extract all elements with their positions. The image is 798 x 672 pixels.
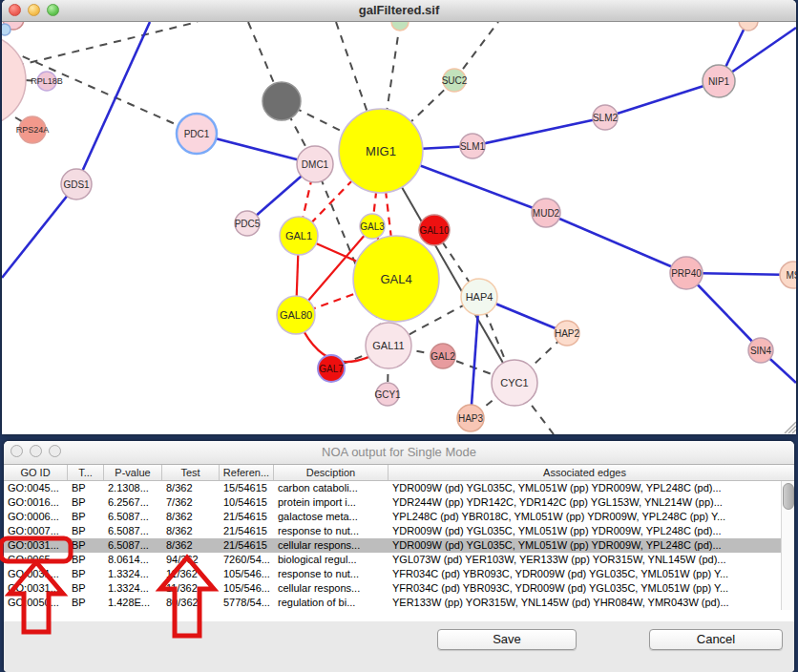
table-row[interactable]: GO:0031...BP6.5087...8/36221/54615cellul… [4, 538, 794, 553]
node-label-hap4: HAP4 [466, 291, 494, 303]
minimize-button[interactable] [28, 4, 40, 16]
node-label-hap2: HAP2 [555, 328, 580, 339]
column-header-test[interactable]: Test [162, 465, 220, 480]
table-row[interactable]: GO:0031...BP1.3324...11/362105/546...cel… [4, 581, 794, 596]
cell: 7260/54... [220, 553, 274, 567]
cell: response to nut... [274, 567, 388, 581]
cell: 7/362 [162, 495, 220, 510]
table-row[interactable]: GO:0045...BP2.1308...8/36215/54615carbon… [4, 481, 794, 495]
edge-blue[interactable] [546, 213, 686, 273]
column-header-associated-edges[interactable]: Associated edges [388, 465, 781, 480]
table-row[interactable]: GO:0065...BP8.0614...94/3627260/54...bio… [4, 553, 794, 567]
table-row[interactable]: GO:0016...BP6.2567...7/36210/54615protei… [4, 495, 794, 510]
cell: 1.3324... [104, 581, 162, 596]
graph-window-titlebar[interactable]: galFiltered.sif [2, 0, 796, 22]
cell: 5778/54... [220, 596, 274, 610]
column-header-desciption[interactable]: Desciption [274, 465, 388, 480]
button-bar: Save Cancel [4, 621, 794, 672]
cell: 15/54615 [220, 481, 274, 495]
cell: protein import i... [274, 495, 388, 510]
close-button[interactable] [9, 4, 21, 16]
cell: 11/362 [162, 581, 220, 596]
cell: YDR009W (pd) YGL035C, YML051W (pp) YDR00… [388, 524, 781, 538]
column-header-go-id[interactable]: GO ID [4, 465, 68, 480]
column-header-referen-[interactable]: Referen... [220, 465, 274, 480]
node-partial[interactable] [2, 34, 26, 126]
cell: YDR244W (pp) YDR142C, YDR142C (pp) YGL15… [388, 495, 781, 510]
zoom-button[interactable] [49, 445, 61, 457]
cell: 21/54615 [220, 524, 274, 538]
node-label-hap3: HAP3 [458, 413, 484, 424]
table-row[interactable]: GO:0031...BP1.3324...11/362105/546...res… [4, 567, 794, 581]
edge-grip[interactable] [792, 430, 796, 433]
node-label-gal10: GAL10 [419, 225, 450, 236]
node-label-gal7: GAL7 [319, 364, 344, 374]
node-partial[interactable] [391, 22, 409, 31]
cell: 105/546... [220, 567, 274, 581]
cell: GO:0031... [4, 581, 68, 596]
node-partial[interactable] [262, 82, 301, 120]
cell: BP [68, 524, 104, 538]
table-row[interactable]: GO:0050...BP1.428E...80/3625778/54...reg… [4, 596, 794, 610]
noa-window-titlebar[interactable]: NOA output for Single Mode [4, 441, 794, 465]
node-label-slm2: SLM2 [593, 113, 619, 123]
cell: BP [68, 510, 104, 524]
vertical-scrollbar[interactable] [781, 481, 794, 610]
column-header-t-[interactable]: T... [68, 465, 104, 480]
scrollbar-thumb[interactable] [783, 483, 794, 510]
node-label-gds1: GDS1 [63, 179, 90, 190]
node-label-sin4: SIN4 [750, 346, 772, 356]
network-view-window: galFiltered.sif RPL18BRPS24AGDS1PDC1PDC5… [2, 0, 796, 434]
cancel-button[interactable]: Cancel [649, 629, 783, 650]
node-label-cyc1: CYC1 [500, 377, 528, 388]
cell: GO:0050... [4, 596, 68, 610]
cell: BP [68, 481, 104, 495]
close-button[interactable] [10, 445, 23, 457]
save-button[interactable]: Save [437, 629, 577, 650]
window-controls [9, 4, 59, 16]
cell: response to nut... [274, 524, 388, 538]
edge-grip[interactable] [788, 426, 796, 433]
cell: GO:0031... [4, 567, 68, 581]
column-header-p-value[interactable]: P-value [104, 465, 162, 480]
table-row[interactable]: GO:0007...BP6.5087...8/36221/54615respon… [4, 524, 794, 538]
cell: BP [68, 553, 104, 567]
graph-window-title: galFiltered.sif [2, 0, 796, 21]
cell: GO:0007... [4, 524, 68, 538]
edge-blue[interactable] [605, 81, 719, 117]
cell: YGL073W (pd) YER103W, YER133W (pp) YOR31… [388, 553, 781, 567]
cell: BP [68, 495, 104, 510]
minimize-button[interactable] [30, 445, 42, 457]
cell: 80/362 [162, 596, 220, 610]
node-label-gal4: GAL4 [380, 272, 411, 286]
network-canvas[interactable]: RPL18BRPS24AGDS1PDC1PDC5DMC1MIG1SUC2SLM1… [2, 22, 796, 434]
cell: 2.1308... [104, 481, 162, 495]
edge-blue[interactable] [2, 184, 76, 278]
node-label-gal3: GAL3 [360, 221, 385, 232]
node-partial[interactable] [739, 22, 758, 31]
cell: BP [68, 596, 104, 610]
node-label-gal80: GAL80 [280, 309, 312, 321]
node-label-gal2: GAL2 [430, 351, 455, 362]
cell: 6.2567... [104, 495, 162, 510]
cell: 8/362 [162, 524, 220, 538]
node-label-ms: MS [787, 270, 797, 281]
window-controls [10, 445, 61, 457]
cell: YFR034C (pd) YBR093C, YDR009W (pd) YGL03… [388, 581, 781, 596]
table-row[interactable]: GO:0006...BP6.5087...8/36221/54615galact… [4, 510, 794, 524]
edge-blue[interactable] [472, 117, 605, 146]
node-label-pdc5: PDC5 [235, 219, 261, 229]
cell: BP [68, 567, 104, 581]
cell: 1.3324... [104, 567, 162, 581]
node-label-suc2: SUC2 [442, 75, 468, 86]
edge-blue[interactable] [76, 22, 150, 184]
cell: GO:0065... [4, 553, 68, 567]
cell: 11/362 [162, 567, 220, 581]
edge-dash[interactable] [16, 22, 198, 66]
results-table: GO IDT...P-valueTestReferen...Desciption… [4, 465, 794, 621]
cell: 21/54615 [220, 538, 274, 553]
cell: GO:0016... [4, 495, 68, 510]
table-body: GO:0045...BP2.1308...8/36215/54615carbon… [4, 481, 794, 610]
node-partial[interactable] [2, 24, 10, 35]
zoom-button[interactable] [47, 4, 59, 16]
